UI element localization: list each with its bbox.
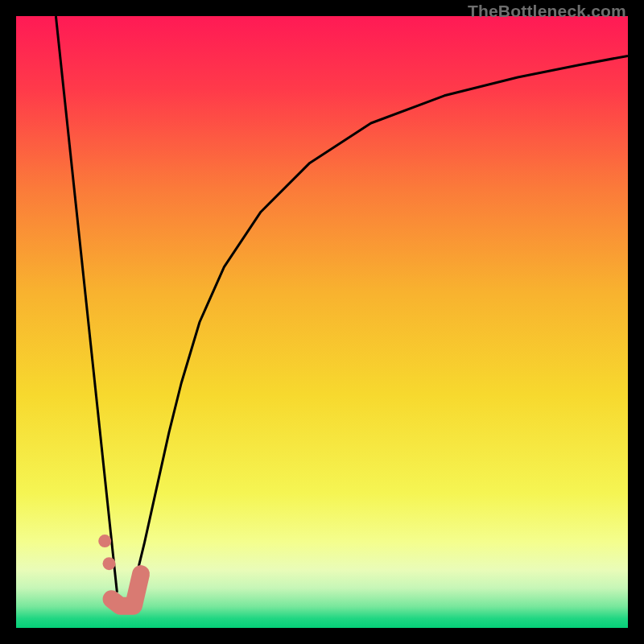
series-right-branch — [132, 56, 628, 592]
point-vertex-marker-dots — [103, 557, 116, 570]
chart-frame: TheBottleneck.com — [0, 0, 644, 644]
curve-layer — [16, 16, 628, 628]
watermark-text: TheBottleneck.com — [468, 2, 626, 21]
series-left-branch — [56, 16, 117, 592]
plot-area — [16, 16, 628, 628]
point-vertex-marker-dots — [98, 535, 111, 547]
